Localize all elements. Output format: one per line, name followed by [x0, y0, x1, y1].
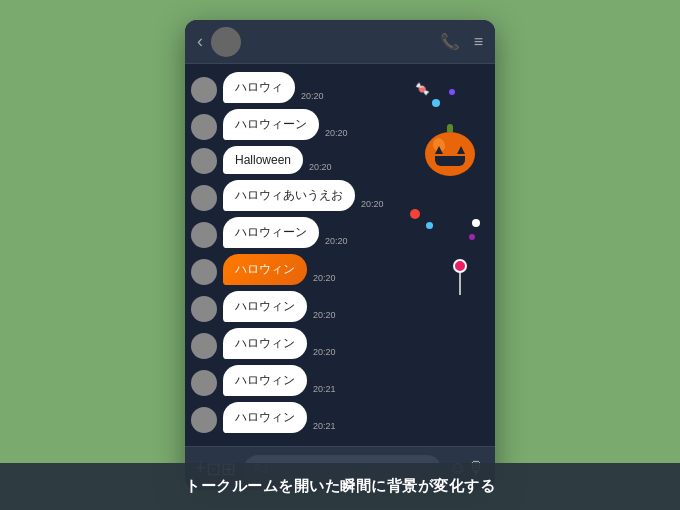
- msg-time: 20:21: [313, 384, 336, 396]
- app-container: ‹ 📞 ≡ 🍬: [0, 0, 680, 510]
- msg-time: 20:20: [313, 310, 336, 322]
- message-row: ハロウィン 20:20: [191, 291, 489, 322]
- msg-time: 20:21: [313, 421, 336, 433]
- message-row: ハロウィン 20:20: [191, 254, 489, 285]
- avatar: [191, 407, 217, 433]
- bubble: ハロウィン: [223, 365, 307, 396]
- message-row: ハロウィン 20:21: [191, 402, 489, 433]
- avatar: [191, 185, 217, 211]
- bubble: ハロウィン: [223, 254, 307, 285]
- message-row: ハロウィあいうえお 20:20: [191, 180, 489, 211]
- bubble: ハロウィあいうえお: [223, 180, 355, 211]
- bubble: ハロウィーン: [223, 217, 319, 248]
- menu-icon[interactable]: ≡: [474, 33, 483, 51]
- avatar: [191, 222, 217, 248]
- avatar: [191, 370, 217, 396]
- message-row: ハロウィン 20:20: [191, 328, 489, 359]
- msg-time: 20:20: [325, 128, 348, 140]
- phone-frame: ‹ 📞 ≡ 🍬: [185, 20, 495, 490]
- message-row: ハロウィーン 20:20: [191, 217, 489, 248]
- bubble: ハロウィン: [223, 328, 307, 359]
- bubble: ハロウィン: [223, 402, 307, 433]
- avatar: [191, 259, 217, 285]
- msg-time: 20:20: [313, 347, 336, 359]
- avatar: [191, 296, 217, 322]
- message-row: Halloween 20:20: [191, 146, 489, 174]
- msg-time: 20:20: [313, 273, 336, 285]
- bubble: ハロウィン: [223, 291, 307, 322]
- bubble: ハロウィ: [223, 72, 295, 103]
- call-icon[interactable]: 📞: [440, 32, 460, 51]
- header-avatar: [211, 27, 241, 57]
- avatar: [191, 114, 217, 140]
- header-icons: 📞 ≡: [440, 32, 483, 51]
- msg-time: 20:20: [301, 91, 324, 103]
- caption-text: トークルームを開いた瞬間に背景が変化する: [20, 477, 660, 496]
- msg-time: 20:20: [325, 236, 348, 248]
- message-row: ハロウィーン 20:20: [191, 109, 489, 140]
- bubble: ハロウィーン: [223, 109, 319, 140]
- back-icon[interactable]: ‹: [197, 31, 203, 52]
- caption-bar: トークルームを開いた瞬間に背景が変化する: [0, 463, 680, 510]
- msg-time: 20:20: [361, 199, 384, 211]
- msg-time: 20:20: [309, 162, 332, 174]
- message-row: ハロウィ 20:20: [191, 72, 489, 103]
- avatar: [191, 333, 217, 359]
- chat-header: ‹ 📞 ≡: [185, 20, 495, 64]
- message-row: ハロウィン 20:21: [191, 365, 489, 396]
- avatar: [191, 77, 217, 103]
- avatar: [191, 148, 217, 174]
- bubble: Halloween: [223, 146, 303, 174]
- chat-area: 🍬: [185, 64, 495, 446]
